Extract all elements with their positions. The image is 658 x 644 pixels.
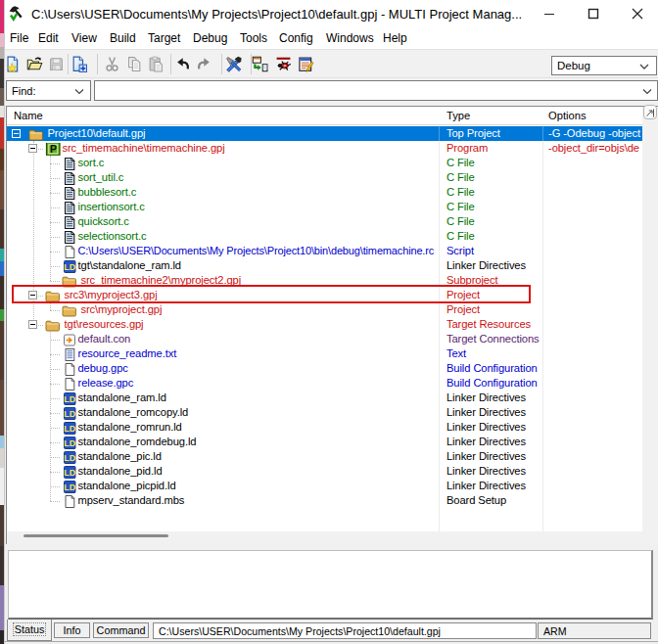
edit-file-button[interactable] [296, 54, 316, 74]
tree-item-name: standalone_ram.ld [78, 391, 166, 405]
tree-row-src-myproject.gpj[interactable]: src\myproject.gpjProject [7, 302, 642, 317]
tree-row-resource-readme.txt[interactable]: resource_readme.txtText [7, 346, 642, 361]
undo-button[interactable] [172, 54, 193, 74]
tab-status[interactable]: Status [7, 620, 52, 641]
toolbar: Debug [5, 50, 658, 78]
menu-config[interactable]: Config [279, 27, 313, 49]
new-file-button[interactable] [2, 54, 23, 74]
status-current-file: C:\Users\USER\Documents\My Projects\Proj… [153, 622, 537, 639]
build-button[interactable] [223, 54, 244, 74]
tree-row-bubblesort.c[interactable]: bubblesort.cC File [7, 185, 642, 200]
tree-row-quicksort.c[interactable]: quicksort.cC File [7, 214, 642, 229]
horizontal-scrollbar[interactable] [7, 531, 642, 544]
connect-button[interactable] [250, 54, 270, 74]
menu-target[interactable]: Target [148, 27, 180, 49]
tree-row-standalone-romcopy.ld[interactable]: standalone_romcopy.ldLinker Directives [7, 405, 642, 420]
tree-item-type: Linker Directives [446, 435, 526, 449]
add-file-button[interactable] [69, 54, 89, 74]
tree-row-default.con[interactable]: default.conTarget Connections [7, 332, 642, 346]
tree-row-standalone-romrun.ld[interactable]: standalone_romrun.ldLinker Directives [7, 420, 642, 435]
tree-row-standalone-pic.ld[interactable]: standalone_pic.ldLinker Directives [7, 449, 642, 464]
open-button[interactable] [24, 54, 45, 74]
ld-icon [62, 406, 77, 419]
vertical-scrollbar-gutter[interactable] [642, 107, 658, 544]
tree-item-type: Board Setup [446, 493, 506, 508]
menu-build[interactable]: Build [110, 27, 136, 49]
title-bar: C:\Users\USER\Documents\My Projects\Proj… [5, 0, 658, 27]
tab-info[interactable]: Info [54, 622, 90, 638]
column-options-button[interactable] [643, 105, 657, 119]
find-combobox[interactable]: Find: [6, 80, 91, 101]
multi-project-manager-window: C:\Users\USER\Documents\My Projects\Proj… [4, 0, 658, 644]
minimize-button[interactable] [527, 0, 571, 27]
maximize-button[interactable] [571, 0, 615, 27]
project-tree: NameTypeOptions Project10\default.gpjTop… [7, 107, 642, 532]
build-config-combobox[interactable]: Debug [551, 56, 657, 75]
cut-icon [104, 56, 120, 72]
menu-view[interactable]: View [71, 27, 97, 49]
tree-row-tgt-resources.gpj[interactable]: tgt\resources.gpjTarget Resources [7, 317, 642, 332]
redo-button[interactable] [194, 54, 214, 74]
cfile-icon [62, 215, 77, 228]
ld-icon [62, 450, 77, 463]
cfile-icon [62, 230, 77, 243]
tab-command[interactable]: Command [93, 622, 149, 638]
horizontal-scrollbar-thumb[interactable] [24, 534, 168, 537]
menu-windows[interactable]: Windows [326, 27, 374, 49]
menu-help[interactable]: Help [383, 27, 407, 49]
tree-item-type: Linker Directives [446, 391, 526, 405]
debug-button[interactable] [273, 54, 294, 74]
menu-tools[interactable]: Tools [240, 27, 267, 49]
tree-row-standalone-ram.ld[interactable]: standalone_ram.ldLinker Directives [7, 391, 642, 405]
menu-debug[interactable]: Debug [193, 27, 227, 49]
menu-edit[interactable]: Edit [38, 27, 59, 49]
find-input[interactable] [94, 80, 658, 101]
con-icon [62, 333, 77, 345]
tree-item-name: standalone_romrun.ld [78, 420, 182, 435]
tree-collapse-toggle[interactable] [28, 320, 37, 329]
column-header-options[interactable]: Options [548, 107, 587, 124]
txt-icon [62, 347, 77, 360]
tree-collapse-toggle[interactable] [12, 129, 21, 138]
column-header-type[interactable]: Type [446, 107, 470, 124]
cut-button[interactable] [102, 54, 122, 74]
page-icon [62, 494, 77, 507]
tree-item-type: C File [446, 185, 475, 200]
tree-row-tgt-standalone-ram.ld[interactable]: tgt\standalone_ram.ldLinker Directives [7, 258, 642, 273]
tree-row-release.gpc[interactable]: release.gpcBuild Configuration [7, 376, 642, 391]
tree-item-name: src_timemachine\timemachine.gpj [63, 141, 225, 156]
tree-item-name: insertionsort.c [78, 200, 145, 214]
tree-row-debug.gpc[interactable]: debug.gpcBuild Configuration [7, 361, 642, 376]
tree-row-sort.c[interactable]: sort.cC File [7, 156, 642, 170]
tree-item-name: resource_readme.txt [78, 346, 177, 361]
close-button[interactable] [615, 0, 658, 27]
redo-icon [196, 56, 212, 72]
paste-button[interactable] [146, 54, 166, 74]
tree-row-standalone-picpid.ld[interactable]: standalone_picpid.ldLinker Directives [7, 479, 642, 493]
menu-file[interactable]: File [10, 27, 28, 49]
tree-row-project10-default.gpj[interactable]: Project10\default.gpjTop Project-G -Odeb… [7, 126, 642, 141]
tree-item-type: Linker Directives [446, 479, 526, 493]
status-target-arch: ARM [538, 622, 651, 639]
ld-icon [62, 421, 77, 434]
tree-row-selectionsort.c[interactable]: selectionsort.cC File [7, 229, 642, 244]
window-bottom-edge [5, 641, 658, 642]
tree-item-name: sort_util.c [78, 170, 124, 185]
tree-row-standalone-romdebug.ld[interactable]: standalone_romdebug.ldLinker Directives [7, 435, 642, 449]
tree-row-c-users-user-documents-my-projects-project10-bin-debug-timemachine.rc[interactable]: C:\Users\USER\Documents\My Projects\Proj… [7, 244, 642, 258]
tab-info-label: Info [63, 624, 80, 636]
tree-collapse-toggle[interactable] [28, 144, 37, 153]
tab-status-label: Status [14, 623, 46, 635]
tree-item-type: Program [446, 141, 488, 156]
tree-row-standalone-pid.ld[interactable]: standalone_pid.ldLinker Directives [7, 464, 642, 479]
column-header-name[interactable]: Name [14, 107, 43, 124]
copy-button[interactable] [124, 54, 145, 74]
save-button[interactable] [46, 54, 67, 74]
undo-icon [174, 56, 191, 72]
tree-item-name: standalone_pid.ld [78, 464, 163, 479]
tree-row-sort-util.c[interactable]: sort_util.cC File [7, 170, 642, 185]
tree-item-type: Linker Directives [446, 420, 526, 435]
tree-row-mpserv-standard.mbs[interactable]: mpserv_standard.mbsBoard Setup [7, 493, 642, 508]
tree-row-insertionsort.c[interactable]: insertionsort.cC File [7, 200, 642, 214]
tree-row-src-timemachine-timemachine.gpj[interactable]: src_timemachine\timemachine.gpjProgram-o… [7, 141, 642, 156]
